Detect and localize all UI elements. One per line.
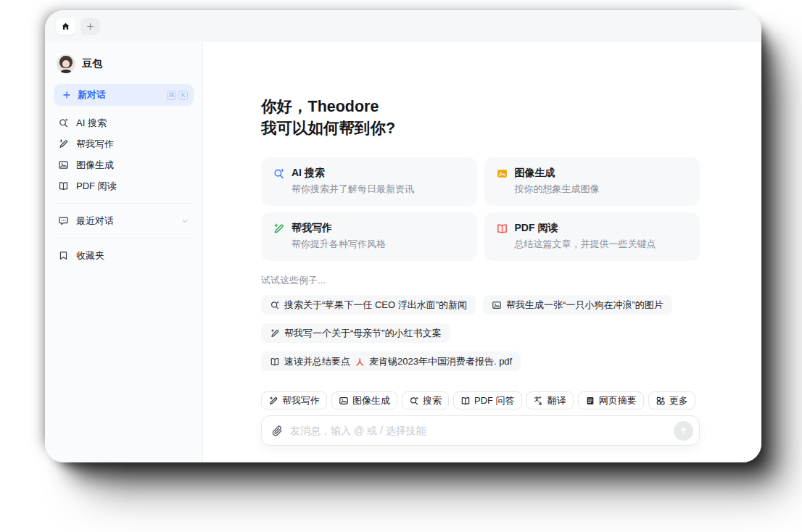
write-icon	[273, 223, 285, 235]
search-icon	[273, 167, 285, 180]
example-chip-summarize-pdf[interactable]: 速读并总结要点 麦肯锡2023年中国消费者报告. pdf	[261, 352, 521, 371]
feature-cards: AI 搜索 帮你搜索并了解每日最新资讯 图像生成 按你的想象生成图像 帮我写作	[261, 157, 700, 261]
main-panel: 你好，Theodore 我可以如何帮到你? AI 搜索 帮你搜索并了解每日最新资…	[203, 42, 761, 462]
example-chips: 搜索关于“苹果下一任 CEO 浮出水面”的新闻 帮我生成一张“一只小狗在冲浪”的…	[261, 295, 700, 371]
home-icon	[61, 22, 70, 31]
chat-bubble-icon	[58, 215, 69, 226]
new-chat-label: 新对话	[78, 88, 106, 101]
image-icon	[496, 167, 508, 180]
greeting: 你好，Theodore 我可以如何帮到你?	[261, 96, 700, 139]
examples-heading: 试试这些例子...	[261, 274, 700, 287]
example-chip-text: 速读并总结要点	[284, 355, 350, 368]
message-composer	[261, 415, 700, 446]
book-icon	[460, 396, 471, 406]
pdf-file-name: 麦肯锡2023年中国消费者报告. pdf	[369, 355, 512, 368]
skill-label: 更多	[669, 394, 688, 407]
sidebar-item-ai-search[interactable]: AI 搜索	[54, 112, 194, 133]
card-image-gen[interactable]: 图像生成 按你的想象生成图像	[484, 157, 700, 206]
chevron-down-icon[interactable]	[181, 217, 189, 225]
skill-bar: 帮我写作 图像生成 搜索 PDF 问答	[261, 391, 700, 410]
sidebar-item-label: PDF 阅读	[76, 180, 117, 193]
divider	[57, 238, 191, 238]
bookmark-icon	[58, 250, 69, 261]
tab-home[interactable]	[56, 18, 75, 35]
card-description: 按你的想象生成图像	[515, 183, 689, 196]
book-icon	[270, 357, 280, 367]
send-button[interactable]	[674, 421, 693, 441]
write-icon	[58, 138, 69, 149]
card-pdf-read[interactable]: PDF 阅读 总结这篇文章，并提供一些关键点	[484, 212, 700, 261]
sidebar-item-label: 帮我写作	[76, 138, 114, 151]
kbd-k: K	[178, 91, 188, 100]
greeting-line1: 你好，Theodore	[261, 96, 700, 117]
card-write[interactable]: 帮我写作 帮你提升各种写作风格	[261, 212, 477, 261]
example-chip-text: 帮我生成一张“一只小狗在冲浪”的图片	[506, 299, 663, 312]
greeting-line2: 我可以如何帮到你?	[261, 117, 700, 139]
sidebar-item-recent-chats[interactable]: 最近对话	[54, 210, 194, 231]
card-title: AI 搜索	[292, 167, 325, 180]
pdf-file-icon	[355, 357, 365, 367]
book-icon	[58, 180, 69, 191]
card-title: 图像生成	[515, 167, 555, 180]
new-chat-button[interactable]: 新对话 ⌘ K	[54, 84, 194, 106]
skill-more[interactable]: 更多	[648, 391, 695, 410]
sidebar-item-write[interactable]: 帮我写作	[54, 133, 194, 154]
skill-pdf-qa[interactable]: PDF 问答	[453, 391, 522, 410]
skill-label: 翻译	[547, 394, 566, 407]
more-grid-icon	[656, 396, 666, 406]
skill-label: PDF 问答	[474, 394, 515, 407]
card-description: 帮你提升各种写作风格	[292, 238, 466, 251]
card-description: 帮你搜索并了解每日最新资讯	[292, 183, 466, 196]
plus-icon	[62, 90, 72, 100]
skill-translate[interactable]: 翻译	[526, 391, 574, 410]
profile-name: 豆包	[82, 57, 102, 70]
example-chip-generate-image[interactable]: 帮我生成一张“一只小狗在冲浪”的图片	[483, 295, 672, 315]
skill-label: 图像生成	[352, 394, 390, 407]
skill-label: 帮我写作	[282, 394, 320, 407]
app-window: 豆包 新对话 ⌘ K AI 搜索 帮我写作	[45, 10, 761, 462]
example-chip-write-post[interactable]: 帮我写一个关于“母亲节”的小红书文案	[261, 323, 450, 343]
skill-web-summary[interactable]: 网页摘要	[578, 391, 644, 410]
skill-search[interactable]: 搜索	[402, 391, 449, 410]
paperclip-icon[interactable]	[271, 425, 284, 437]
sidebar-item-label: 图像生成	[76, 159, 114, 172]
avatar	[57, 54, 75, 73]
example-chip-text: 搜索关于“苹果下一任 CEO 浮出水面”的新闻	[284, 299, 467, 312]
image-icon	[339, 396, 349, 406]
skill-label: 搜索	[423, 394, 442, 407]
favorites-label: 收藏夹	[76, 249, 104, 262]
card-title: 帮我写作	[292, 222, 332, 235]
card-title: PDF 阅读	[515, 222, 558, 235]
example-chip-search-news[interactable]: 搜索关于“苹果下一任 CEO 浮出水面”的新闻	[261, 295, 476, 315]
sidebar-item-favorites[interactable]: 收藏夹	[54, 245, 194, 266]
sidebar-item-pdf-read[interactable]: PDF 阅读	[54, 175, 194, 196]
window-tab-bar	[45, 10, 761, 42]
shortcut-badge: ⌘ K	[167, 91, 188, 100]
recent-chats-label: 最近对话	[76, 215, 114, 228]
skill-write[interactable]: 帮我写作	[261, 391, 327, 410]
example-chip-text: 帮我写一个关于“母亲节”的小红书文案	[284, 327, 442, 340]
sidebar-item-image-gen[interactable]: 图像生成	[54, 154, 194, 175]
message-input[interactable]	[290, 425, 674, 436]
composer-area: 帮我写作 图像生成 搜索 PDF 问答	[261, 391, 700, 462]
card-description: 总结这篇文章，并提供一些关键点	[515, 238, 689, 251]
sidebar-item-label: AI 搜索	[76, 117, 107, 130]
book-icon	[496, 223, 508, 235]
search-icon	[58, 117, 69, 128]
plus-icon	[86, 22, 95, 31]
kbd-cmd: ⌘	[167, 91, 176, 100]
translate-icon	[534, 396, 544, 406]
webpage-icon	[585, 396, 595, 406]
arrow-up-icon	[679, 426, 688, 436]
write-icon	[270, 328, 280, 338]
profile-row[interactable]: 豆包	[54, 49, 194, 84]
image-icon	[58, 159, 69, 170]
skill-label: 网页摘要	[599, 394, 637, 407]
skill-image-gen[interactable]: 图像生成	[331, 391, 397, 410]
image-icon	[492, 300, 502, 310]
sidebar: 豆包 新对话 ⌘ K AI 搜索 帮我写作	[45, 42, 203, 462]
card-ai-search[interactable]: AI 搜索 帮你搜索并了解每日最新资讯	[261, 157, 477, 206]
new-tab-button[interactable]	[80, 18, 100, 35]
divider	[57, 203, 191, 204]
sidebar-nav: AI 搜索 帮我写作 图像生成 PDF 阅读 最近对话	[54, 112, 194, 266]
